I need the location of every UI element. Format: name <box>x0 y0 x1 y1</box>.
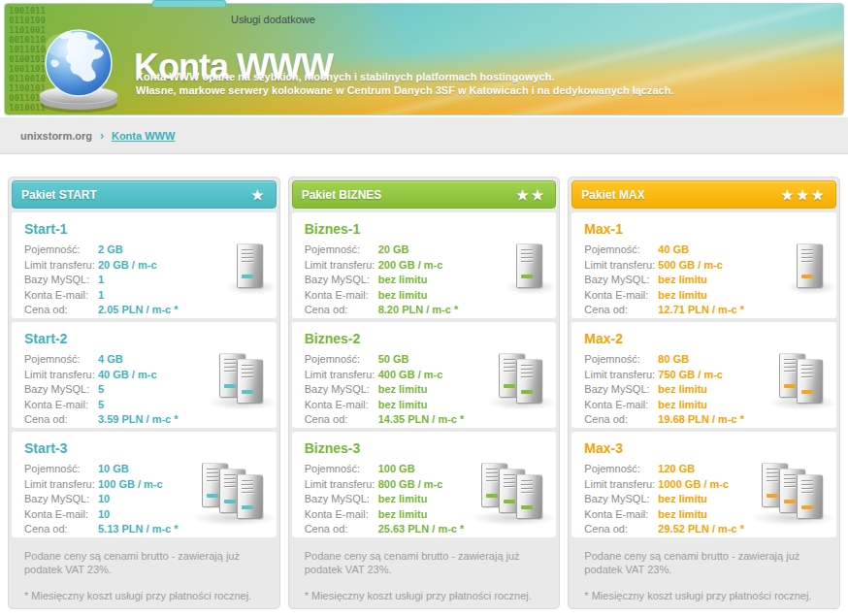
spec-value: 8.20 PLN / m-c * <box>378 304 459 315</box>
spec-label: Pojemność: <box>584 352 658 368</box>
spec-label: Konta E-mail: <box>305 288 378 304</box>
note-monthly: * Miesięczny koszt usługi przy płatności… <box>24 589 265 602</box>
spec-label: Limit transferu: <box>584 368 658 383</box>
pricing-cards-row: Pakiet START ★ Start-1 Pojemność:2 GB Li… <box>8 177 840 609</box>
page-subtitle-line2: Własne, markowe serwery kolokowane w Cen… <box>136 83 673 97</box>
globe-icon <box>30 21 127 115</box>
spec-label: Cena od: <box>24 303 98 318</box>
note-vat: Podane ceny są cenami brutto - zawierają… <box>305 549 545 576</box>
spec-label: Cena od: <box>584 303 658 318</box>
spec-label: Bazy MySQL: <box>584 492 658 507</box>
server-tower <box>237 359 263 404</box>
spec-value: 80 GB <box>658 353 689 365</box>
spec-row-price: Cena od:14.35 PLN / m-c * <box>305 412 545 428</box>
spec-row-transfer: Limit transferu:500 GB / m-c <box>584 258 825 274</box>
product-section: Max-1 Pojemność:40 GB Limit transferu:50… <box>571 212 836 318</box>
breadcrumb-site: unixstorm.org <box>20 130 92 142</box>
product-title: Start-3 <box>24 440 265 456</box>
server-tower <box>797 243 823 288</box>
spec-value: 4 GB <box>98 353 123 365</box>
product-title: Max-3 <box>584 440 825 456</box>
spec-value: bez limitu <box>658 399 707 410</box>
spec-label: Konta E-mail: <box>24 398 98 413</box>
spec-value: 1 <box>98 274 104 285</box>
spec-label: Bazy MySQL: <box>584 382 658 398</box>
spec-row-price: Cena od:2.05 PLN / m-c * <box>24 303 265 318</box>
spec-label: Limit transferu: <box>305 477 378 493</box>
product-title: Biznes-3 <box>305 440 545 456</box>
spec-row-transfer: Limit transferu:200 GB / m-c <box>305 258 545 274</box>
server-tower <box>797 359 823 404</box>
spec-value: 2.05 PLN / m-c * <box>98 304 179 315</box>
note-monthly: * Miesięczny koszt usługi przy płatności… <box>305 589 545 602</box>
spec-label: Limit transferu: <box>24 477 98 493</box>
pricing-card-start: Pakiet START ★ Start-1 Pojemność:2 GB Li… <box>8 177 280 609</box>
product-section: Start-3 Pojemność:10 GB Limit transferu:… <box>12 432 277 537</box>
product-title: Start-1 <box>24 221 265 237</box>
spec-value: 750 GB / m-c <box>658 369 723 380</box>
spec-value: 20 GB / m-c <box>98 259 157 271</box>
card-header: Pakiet START ★ <box>12 180 277 209</box>
product-title: Biznes-1 <box>305 221 545 237</box>
spec-row-capacity: Pojemność:20 GB <box>305 243 545 258</box>
star-icons: ★ <box>251 187 267 203</box>
star-icons: ★★ <box>516 187 546 203</box>
spec-value: 1000 GB / m-c <box>658 478 729 490</box>
spec-value: bez limitu <box>378 383 428 395</box>
product-section: Max-3 Pojemność:120 GB Limit transferu:1… <box>571 432 836 537</box>
spec-value: bez limitu <box>378 493 428 504</box>
spec-value: 120 GB <box>658 463 695 474</box>
product-section: Biznes-2 Pojemność:50 GB Limit transferu… <box>292 322 557 428</box>
spec-row-price: Cena od:8.20 PLN / m-c * <box>305 303 545 318</box>
server-icon <box>797 243 823 288</box>
spec-value: bez limitu <box>658 493 707 504</box>
spec-row-price: Cena od:19.68 PLN / m-c * <box>584 412 825 428</box>
server-icon <box>219 353 263 404</box>
spec-value: 5.13 PLN / m-c * <box>98 523 179 535</box>
spec-label: Pojemność: <box>24 352 98 368</box>
spec-row-transfer: Limit transferu:20 GB / m-c <box>24 258 265 274</box>
spec-value: 100 GB / m-c <box>98 478 163 490</box>
product-section: Start-2 Pojemność:4 GB Limit transferu:4… <box>12 322 277 428</box>
spec-value: 50 GB <box>378 353 409 365</box>
server-tower <box>516 243 542 288</box>
server-tower <box>516 474 542 519</box>
spec-value: 14.35 PLN / m-c * <box>378 413 465 425</box>
spec-label: Konta E-mail: <box>584 507 658 523</box>
spec-value: 800 GB / m-c <box>378 478 443 490</box>
spec-label: Pojemność: <box>24 243 98 258</box>
star-icons: ★★★ <box>781 187 827 203</box>
spec-label: Limit transferu: <box>584 477 658 493</box>
spec-value: 40 GB <box>658 243 689 255</box>
spec-label: Konta E-mail: <box>305 507 378 523</box>
spec-label: Konta E-mail: <box>584 288 658 304</box>
server-tower <box>237 243 263 288</box>
card-title: Pakiet MAX <box>581 188 644 202</box>
spec-value: bez limitu <box>658 289 707 301</box>
spec-value: 1 <box>98 289 104 301</box>
nav-tab-uslugi-dodatkowe[interactable]: Usługi dodatkowe <box>231 14 315 25</box>
card-header: Pakiet BIZNES ★★ <box>292 180 557 209</box>
spec-label: Pojemność: <box>305 243 378 258</box>
spec-value: 3.59 PLN / m-c * <box>98 413 179 425</box>
spec-label: Cena od: <box>584 522 658 537</box>
product-title: Start-2 <box>24 331 265 346</box>
server-icon <box>481 463 542 519</box>
spec-value: 20 GB <box>378 243 409 255</box>
breadcrumb-link-konta-www[interactable]: Konta WWW <box>112 130 175 142</box>
spec-label: Limit transferu: <box>584 258 658 274</box>
spec-value: 10 <box>98 508 110 520</box>
spec-row-price: Cena od:12.71 PLN / m-c * <box>584 303 825 318</box>
spec-value: 200 GB / m-c <box>378 259 443 271</box>
spec-value: 2 GB <box>98 243 123 255</box>
spec-label: Cena od: <box>305 522 378 537</box>
spec-label: Cena od: <box>24 522 98 537</box>
spec-label: Konta E-mail: <box>24 288 98 304</box>
spec-label: Cena od: <box>24 412 98 428</box>
server-icon <box>779 353 823 404</box>
spec-value: bez limitu <box>658 508 707 520</box>
server-tower <box>797 474 823 519</box>
card-header: Pakiet MAX ★★★ <box>571 180 836 209</box>
note-vat: Podane ceny są cenami brutto - zawierają… <box>24 549 265 576</box>
spec-label: Limit transferu: <box>24 368 98 383</box>
